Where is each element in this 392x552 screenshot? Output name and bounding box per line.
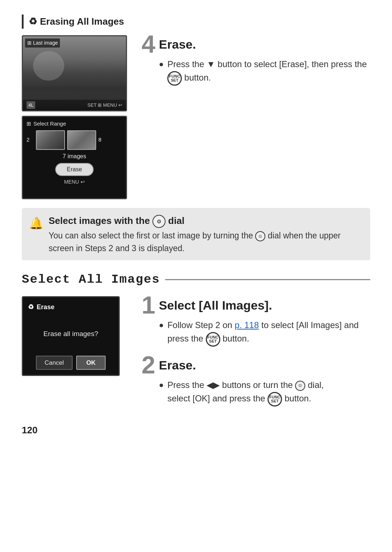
select-all-right-col: 1 Select [All Images]. ● Follow Step 2 o… <box>142 296 370 409</box>
tip-icon: 🔔 <box>29 214 44 232</box>
dial-icon-step2: ⊙ <box>295 381 305 391</box>
images-count: 7 images <box>26 152 122 161</box>
step2-title: Erase. <box>159 356 324 375</box>
select-all-section-bar: Select All Images <box>22 270 370 289</box>
func-set-button: FUNCSET <box>167 71 182 86</box>
step1-number: 1 <box>142 293 155 317</box>
func-set-button-3: FUNCSET <box>268 392 282 406</box>
set-label: SET <box>87 102 97 108</box>
tip-title-suffix: dial <box>168 215 184 226</box>
grid-icon: ⊞ <box>27 39 32 47</box>
func-set-button-2: FUNCSET <box>206 332 220 347</box>
erase-all-title-text: Erase <box>37 302 54 312</box>
menu-label: MENU ↩ <box>103 102 122 108</box>
thumb-first <box>36 130 65 150</box>
step2-number: 2 <box>142 352 155 377</box>
step1-title: Select [All Images]. <box>159 296 370 315</box>
thumb-last <box>67 130 96 150</box>
step2-bullet2-end: button. <box>285 393 311 403</box>
erase-all-title: ♻ Erase <box>28 302 114 312</box>
tip-title: Select images with the ⊙ dial <box>49 214 363 228</box>
step4-right: 4 Erase. ● Press the ▼ button to select … <box>142 35 370 88</box>
step2-bullet-text: Press the ◀▶ buttons or turn the <box>167 380 293 390</box>
step1-bullet-text: Follow Step 2 on <box>167 320 232 330</box>
step1-desc: Follow Step 2 on p. 118 to select [All I… <box>167 318 370 347</box>
step4-desc-prefix: Press the ▼ button to select [Erase], th… <box>167 59 367 69</box>
thumb-num-end: 8 <box>98 136 106 144</box>
lower-screen-title-bar: ⊞ Select Range <box>26 120 122 128</box>
page-number: 120 <box>22 423 370 437</box>
upper-screen-bottom-bar: 4L SET ⊞ MENU ↩ <box>23 100 126 111</box>
thumbnails-row: 2 8 <box>26 130 122 150</box>
step4-desc-text: Press the ▼ button to select [Erase], th… <box>167 57 370 86</box>
section-header-erasing: ♻ Erasing All Images <box>22 15 370 29</box>
lower-menu-label: MENU ↩ <box>64 178 85 186</box>
select-range-label: Select Range <box>33 120 66 128</box>
screen-label: ⊞ Last image <box>25 38 60 48</box>
erase-all-buttons: Cancel OK <box>28 356 114 370</box>
step4-container: ⊞ Last image 4L SET ⊞ MENU ↩ <box>22 35 370 199</box>
tip-text-content: You can also select the first or last im… <box>49 231 253 240</box>
thumb-num-start: 2 <box>26 136 34 144</box>
step1-bullet: ● Follow Step 2 on p. 118 to select [All… <box>159 318 370 347</box>
step2-desc: Press the ◀▶ buttons or turn the ⊙ dial,… <box>167 378 324 406</box>
erase-btn-container: Erase <box>26 163 122 176</box>
select-all-steps-container: ♻ Erase Erase all images? Cancel OK 1 Se… <box>22 296 370 409</box>
dial-icon-tip2: ⊙ <box>255 231 265 241</box>
select-all-title: Select All Images <box>22 270 165 289</box>
section-header-label: Erasing All Images <box>40 15 124 29</box>
grid-icon-small: ⊞ <box>26 120 31 128</box>
upper-screen-menu: SET ⊞ MENU ↩ <box>87 102 122 109</box>
erase-all-icon: ♻ <box>28 302 34 312</box>
erase-all-screen: ♻ Erase Erase all images? Cancel OK <box>22 296 120 376</box>
erase-all-message: Erase all images? <box>28 312 114 356</box>
step2-bullet: ● Press the ◀▶ buttons or turn the ⊙ dia… <box>159 378 324 406</box>
bullet-dot-1: ● <box>159 319 164 347</box>
screens-column: ⊞ Last image 4L SET ⊞ MENU ↩ <box>22 35 131 199</box>
quality-badge: 4L <box>26 101 35 109</box>
tip-content: Select images with the ⊙ dial You can al… <box>49 214 363 254</box>
lower-menu-bar: MENU ↩ <box>26 178 122 186</box>
step1-link[interactable]: p. 118 <box>235 320 259 330</box>
section-title-line <box>165 279 370 280</box>
step4-desc: ● Press the ▼ button to select [Erase], … <box>159 57 370 86</box>
step4-number: 4 <box>142 32 155 56</box>
step2-bullet-mid: dial, <box>308 380 324 390</box>
photo-background: ⊞ Last image <box>23 36 126 110</box>
ok-button-screen: OK <box>76 356 106 370</box>
dial-icon-tip: ⊙ <box>152 215 166 228</box>
tip-box: 🔔 Select images with the ⊙ dial You can … <box>22 208 370 260</box>
tip-text: You can also select the first or last im… <box>49 229 363 254</box>
bullet-dot-2: ● <box>159 379 164 406</box>
tip-title-text: Select images with the <box>49 215 150 226</box>
lower-screen-inner: ⊞ Select Range 2 8 7 images Erase MENU <box>23 117 126 198</box>
step4-title: Erase. <box>159 35 370 54</box>
step4-desc-suffix: button. <box>184 73 211 82</box>
erase-button-screen: Erase <box>55 163 94 176</box>
upper-screen: ⊞ Last image 4L SET ⊞ MENU ↩ <box>22 35 127 111</box>
erase-icon: ♻ <box>29 15 37 29</box>
step1-bullet-end: button. <box>222 334 249 343</box>
lower-screen: ⊞ Select Range 2 8 7 images Erase MENU <box>22 116 127 199</box>
bullet-dot: ● <box>159 58 164 86</box>
step2-bullet2: select [OK] and press the <box>167 393 265 403</box>
erase-all-screen-column: ♻ Erase Erase all images? Cancel OK <box>22 296 131 376</box>
last-image-label: Last image <box>33 39 58 47</box>
page-content: ♻ Erasing All Images ⊞ Last image 4L SET… <box>22 15 370 437</box>
cancel-button-screen: Cancel <box>36 356 73 370</box>
